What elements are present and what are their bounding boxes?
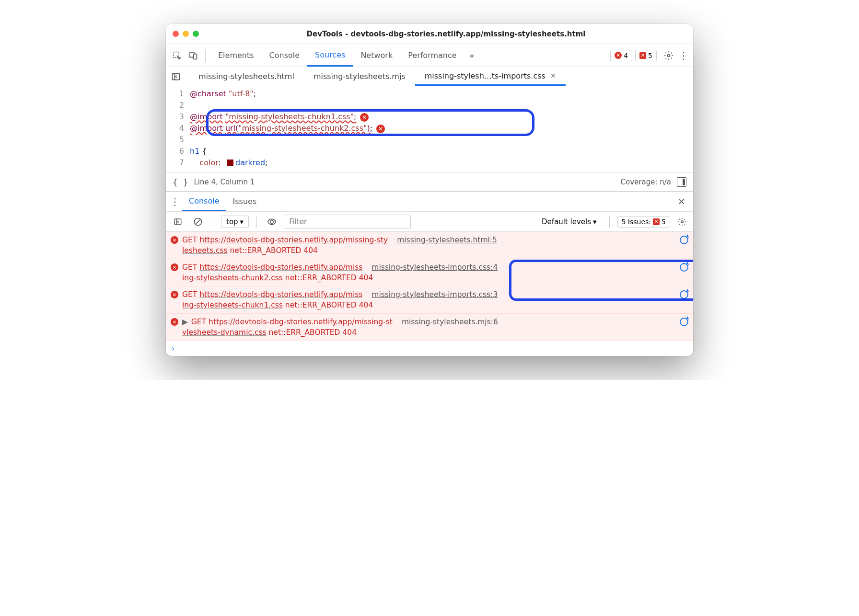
navigator-toggle-icon[interactable] — [168, 69, 184, 84]
drawer-tab-console[interactable]: Console — [182, 192, 226, 211]
settings-gear-icon[interactable] — [662, 48, 676, 63]
source-link[interactable]: missing-stylesheets.html:5 — [397, 236, 497, 244]
console-prompt[interactable]: › — [166, 341, 693, 356]
close-tab-icon[interactable]: ✕ — [550, 72, 556, 80]
device-mode-icon[interactable] — [186, 48, 200, 63]
source-link[interactable]: missing-stylesheets.mjs:6 — [402, 318, 498, 326]
minimize-window-button[interactable] — [183, 31, 189, 37]
issue-icon: ✕ — [653, 218, 660, 225]
panel-tabstrip: Elements Console Sources Network Perform… — [210, 44, 608, 67]
console-settings-gear-icon[interactable] — [675, 215, 689, 229]
svg-rect-2 — [194, 54, 197, 59]
more-tabs-icon[interactable]: » — [464, 50, 479, 60]
warning-count-badge[interactable]: ✕5 — [635, 50, 657, 61]
log-levels-select[interactable]: Default levels ▾ — [537, 216, 602, 228]
error-count-badge[interactable]: ✕4 — [610, 50, 632, 61]
sidebar-toggle-icon[interactable] — [677, 177, 686, 187]
console-error-row[interactable]: ✕ ▶ GET https://devtools-dbg-stories.net… — [166, 314, 693, 341]
file-tab-mjs[interactable]: missing-stylesheets.mjs — [304, 67, 415, 86]
cursor-position: Line 4, Column 1 — [194, 178, 255, 186]
line-gutter: 1 2 3 4 5 6 7 — [166, 88, 190, 169]
live-expression-icon[interactable] — [265, 215, 279, 229]
highlight-annotation — [206, 109, 534, 136]
error-icon: ✕ — [171, 236, 178, 244]
error-icon: ✕ — [171, 291, 178, 298]
refresh-icon[interactable] — [680, 318, 688, 326]
svg-point-7 — [270, 220, 274, 223]
refresh-icon[interactable] — [680, 236, 688, 244]
clear-console-icon[interactable] — [191, 215, 205, 229]
issue-icon: ✕ — [639, 52, 646, 59]
kebab-menu-icon[interactable]: ⋮ — [678, 48, 689, 63]
svg-point-8 — [681, 220, 684, 223]
context-select[interactable]: top ▾ — [221, 216, 249, 228]
file-tab-html[interactable]: missing-stylesheets.html — [189, 67, 304, 86]
issues-button[interactable]: 5 Issues: ✕ 5 — [617, 216, 671, 228]
chevron-down-icon: ▾ — [240, 217, 244, 226]
filter-input[interactable] — [284, 215, 411, 229]
coverage-label: Coverage: n/a — [621, 178, 671, 186]
error-icon: ✕ — [171, 318, 178, 326]
error-icon: ✕ — [171, 263, 178, 271]
console-messages: ✕ GET https://devtools-dbg-stories.netli… — [166, 232, 693, 356]
devtools-window: DevTools - devtools-dbg-stories.netlify.… — [166, 24, 693, 356]
maximize-window-button[interactable] — [193, 31, 199, 37]
console-error-row[interactable]: ✕ GET https://devtools-dbg-stories.netli… — [166, 232, 693, 259]
source-link[interactable]: missing-stylesheets-imports.css:4 — [371, 263, 498, 272]
console-toolbar: top ▾ Default levels ▾ 5 Issues: ✕ 5 — [166, 212, 693, 232]
drawer-tab-issues[interactable]: Issues — [226, 192, 264, 211]
traffic-lights — [173, 31, 199, 37]
source-link[interactable]: missing-stylesheets-imports.css:3 — [371, 290, 498, 299]
code-editor[interactable]: 1 2 3 4 5 6 7 @charset "utf-8"; @import … — [166, 86, 693, 172]
file-tabstrip: missing-stylesheets.html missing-stylesh… — [166, 67, 693, 86]
tab-console[interactable]: Console — [262, 44, 308, 67]
chevron-down-icon: ▾ — [593, 217, 597, 226]
console-sidebar-toggle-icon[interactable] — [170, 215, 186, 229]
highlight-annotation — [509, 260, 693, 301]
toolbar-divider — [205, 49, 206, 62]
inspect-icon[interactable] — [170, 48, 184, 63]
tab-sources[interactable]: Sources — [307, 44, 353, 67]
file-tab-css[interactable]: missing-stylesh…ts-imports.css✕ — [415, 67, 566, 86]
drawer-close-icon[interactable]: ✕ — [672, 196, 691, 207]
svg-point-3 — [668, 54, 670, 57]
disclosure-triangle-icon[interactable]: ▶ — [182, 318, 190, 326]
tab-performance[interactable]: Performance — [400, 44, 464, 67]
error-counters[interactable]: ✕4 ✕5 — [610, 50, 657, 61]
drawer-tabstrip: ⋮ Console Issues ✕ — [166, 192, 693, 212]
drawer-menu-icon[interactable]: ⋮ — [168, 194, 182, 209]
close-window-button[interactable] — [173, 31, 179, 37]
main-toolbar: Elements Console Sources Network Perform… — [166, 44, 693, 67]
tab-elements[interactable]: Elements — [210, 44, 262, 67]
format-braces-icon[interactable]: { } — [173, 177, 188, 187]
titlebar: DevTools - devtools-dbg-stories.netlify.… — [166, 24, 693, 44]
window-title: DevTools - devtools-dbg-stories.netlify.… — [206, 30, 686, 38]
color-swatch-icon[interactable] — [227, 160, 233, 166]
tab-network[interactable]: Network — [353, 44, 400, 67]
error-icon: ✕ — [615, 52, 622, 59]
editor-statusbar: { } Line 4, Column 1 Coverage: n/a — [166, 172, 693, 192]
